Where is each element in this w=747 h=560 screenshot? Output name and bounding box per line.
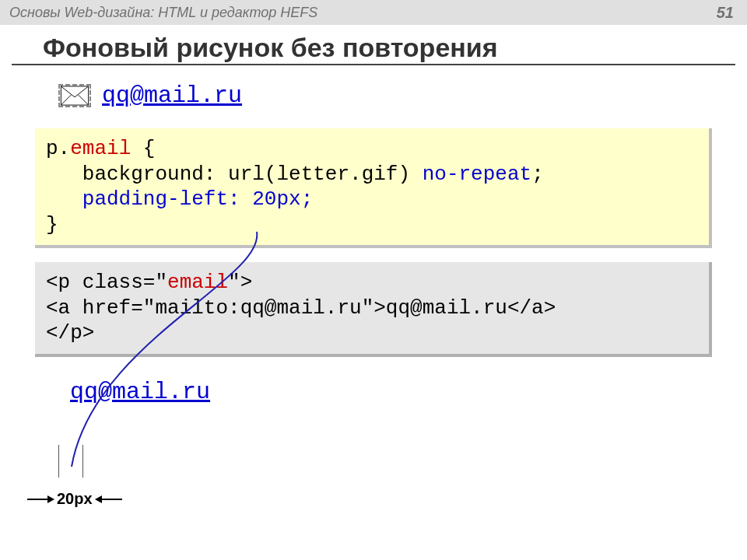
email-example-bottom: qq@mail.ru (70, 379, 735, 405)
html-code-box: <p class="email"> <a href="mailto:qq@mai… (35, 262, 712, 357)
envelope-icon (58, 84, 91, 107)
css-line-1: p.email { (46, 136, 698, 162)
slide-title: Фоновый рисунок без повторения (43, 33, 735, 63)
page-number: 51 (717, 4, 734, 22)
email-example-with-icon: qq@mail.ru (58, 82, 735, 109)
css-code-box: p.email { background: url(letter.gif) no… (35, 128, 712, 248)
arrow-right-icon (96, 499, 122, 500)
css-line-2: background: url(letter.gif) no-repeat; (46, 162, 698, 187)
title-rule (12, 64, 735, 65)
html-line-3: </p> (46, 320, 698, 346)
email-link-bottom[interactable]: qq@mail.ru (70, 379, 210, 405)
css-line-4: } (46, 212, 698, 238)
padding-indicator-box (58, 445, 83, 478)
css-line-3: padding-left: 20px; (46, 187, 698, 212)
arrow-left-icon (27, 499, 54, 500)
slide-content: Фоновый рисунок без повторения qq@mail.r… (0, 25, 747, 413)
header-title: Основы Web-дизайна: HTML и редактор HEFS (9, 5, 317, 21)
html-line-2: <a href="mailto:qq@mail.ru">qq@mail.ru</… (46, 296, 698, 321)
dimension-row: 20px (27, 490, 122, 508)
email-link-top[interactable]: qq@mail.ru (102, 82, 242, 109)
html-line-1: <p class="email"> (46, 270, 698, 296)
slide-header: Основы Web-дизайна: HTML и редактор HEFS… (0, 0, 747, 25)
dimension-label: 20px (54, 490, 96, 508)
